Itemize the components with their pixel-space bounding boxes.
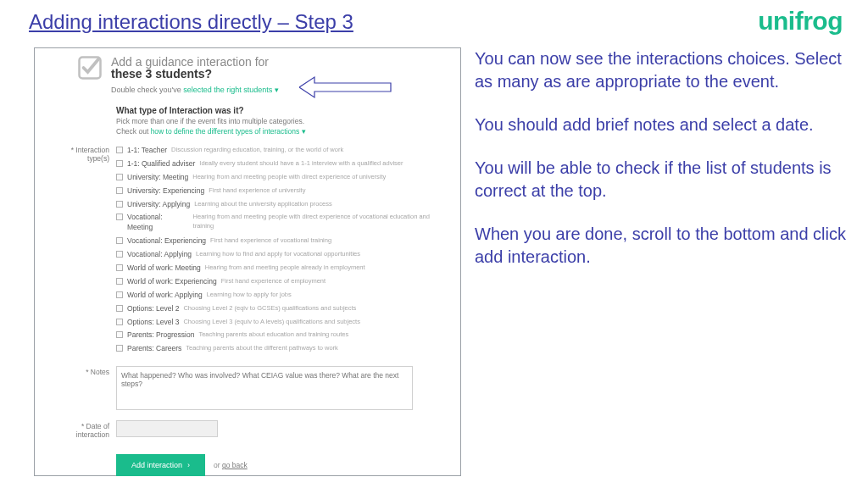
callout-arrow-icon [299,75,392,99]
option-name: Options: Level 2 [127,304,179,314]
date-label: * Date of interaction [48,420,116,439]
option-desc: Learning how to apply for jobs [207,291,292,300]
notes-input[interactable] [116,366,413,410]
option-desc: Teaching parents about the different pat… [186,344,338,353]
option-name: Vocational: Applying [127,250,192,260]
selected-students-link[interactable]: selected the right students ▾ [183,86,279,94]
interaction-option[interactable]: 1-1: TeacherDiscussion regarding educati… [116,144,447,158]
option-desc: Hearing from and meeting people with dir… [193,213,447,230]
option-name: 1-1: Qualified adviser [127,159,195,169]
checkbox-icon[interactable] [116,251,123,258]
interaction-types-options: 1-1: TeacherDiscussion regarding educati… [116,144,447,356]
notes-label: * Notes [48,366,116,412]
page-title: Adding interactions directly – Step 3 [29,10,353,34]
checkbox-icon[interactable] [116,278,123,285]
checkbox-icon[interactable] [116,237,123,244]
checkbox-icon[interactable] [116,264,123,271]
checkbox-icon[interactable] [116,174,123,180]
checkbox-icon[interactable] [116,187,123,194]
option-name: Options: Level 3 [127,318,179,328]
option-desc: First hand experience of vocational trai… [210,236,331,246]
date-input[interactable] [116,420,218,437]
option-desc: Learning about the university applicatio… [194,200,332,209]
option-desc: Hearing from and meeting people with dir… [192,173,386,182]
go-back-link[interactable]: go back [222,461,248,469]
interaction-option[interactable]: Options: Level 3Choosing Level 3 (equiv … [116,316,447,330]
interaction-option[interactable]: 1-1: Qualified adviserIdeally every stud… [116,158,447,171]
option-desc: Choosing Level 2 (eqiv to GCSEs) qualifi… [183,304,356,313]
option-desc: Discussion regarding education, training… [171,146,343,155]
instruction-p4: When you are done, scroll to the bottom … [475,223,848,269]
option-name: Vocational: Experiencing [127,236,206,247]
option-desc: First hand experience of employment [221,277,326,286]
instruction-p2: You should add brief notes and select a … [475,114,848,136]
interaction-option[interactable]: University: ExperiencingFirst hand exper… [116,185,447,198]
interaction-option[interactable]: Vocational: MeetingHearing from and meet… [116,211,447,235]
option-name: World of work: Applying [127,291,203,301]
header-sub-text: Double check you've [111,86,183,94]
interaction-option[interactable]: Vocational: ApplyingLearning how to find… [116,248,447,262]
interaction-option[interactable]: Parents: ProgressionTeaching parents abo… [116,329,447,342]
interaction-option[interactable]: Vocational: ExperiencingFirst hand exper… [116,235,447,248]
add-interaction-button[interactable]: Add interaction › [116,454,205,476]
chevron-right-icon: › [187,461,190,469]
checkbox-icon[interactable] [116,345,123,352]
interaction-option[interactable]: Options: Level 2Choosing Level 2 (eqiv t… [116,302,447,316]
add-interaction-button-label: Add interaction [131,461,182,469]
option-name: 1-1: Teacher [127,146,167,156]
option-name: University: Experiencing [127,186,204,197]
option-name: World of work: Experiencing [127,277,217,287]
option-name: Parents: Progression [127,330,194,341]
checkbox-icon[interactable] [116,201,123,208]
option-name: Parents: Careers [127,344,181,354]
instruction-text: You can now see the interactions choices… [475,47,848,289]
interaction-type-question: What type of Interaction was it? [116,106,447,115]
header-line2: these 3 students? [111,67,447,80]
unifrog-logo: unifrog [758,7,843,36]
interaction-option[interactable]: World of work: MeetingHearing from and m… [116,262,447,275]
checkbox-icon[interactable] [116,147,123,153]
instruction-p1: You can now see the interactions choices… [475,47,848,93]
option-name: World of work: Meeting [127,263,201,274]
checkbox-icon[interactable] [116,214,123,220]
checkbox-icon[interactable] [116,319,123,325]
option-desc: Teaching parents about education and tra… [198,330,348,340]
option-desc: Ideally every student should have a 1-1 … [199,159,403,169]
interaction-types-label: * Interaction type(s) [48,144,116,356]
option-desc: Learning how to find and apply for vocat… [196,250,360,259]
checkbox-icon[interactable] [116,291,123,298]
panel-header: Add a guidance interaction for these 3 s… [48,55,447,94]
option-name: University: Meeting [127,173,188,183]
interaction-option[interactable]: University: MeetingHearing from and meet… [116,171,447,185]
interaction-type-hint1: Pick more than one if the event fits int… [116,117,447,125]
interaction-option[interactable]: University: ApplyingLearning about the u… [116,198,447,212]
or-text: or [214,461,222,469]
interaction-type-hint2a: Check out [116,127,151,136]
checkbox-icon[interactable] [116,160,123,167]
interaction-option[interactable]: Parents: CareersTeaching parents about t… [116,342,447,356]
interaction-option[interactable]: World of work: ExperiencingFirst hand ex… [116,275,447,289]
checkbox-icon[interactable] [116,305,123,312]
types-definition-link[interactable]: how to define the different types of int… [151,127,306,136]
instruction-p3: You will be able to check if the list of… [475,157,848,202]
checkbox-icon[interactable] [116,331,123,338]
option-name: University: Applying [127,200,190,210]
option-desc: Hearing from and meeting people already … [205,263,365,273]
form-panel: Add a guidance interaction for these 3 s… [34,47,461,476]
checkbox-tick-icon [77,55,103,80]
option-desc: First hand experience of university [209,186,305,196]
option-name: Vocational: Meeting [127,213,189,233]
option-desc: Choosing Level 3 (equiv to A levels) qua… [183,318,359,327]
interaction-option[interactable]: World of work: ApplyingLearning how to a… [116,289,447,302]
